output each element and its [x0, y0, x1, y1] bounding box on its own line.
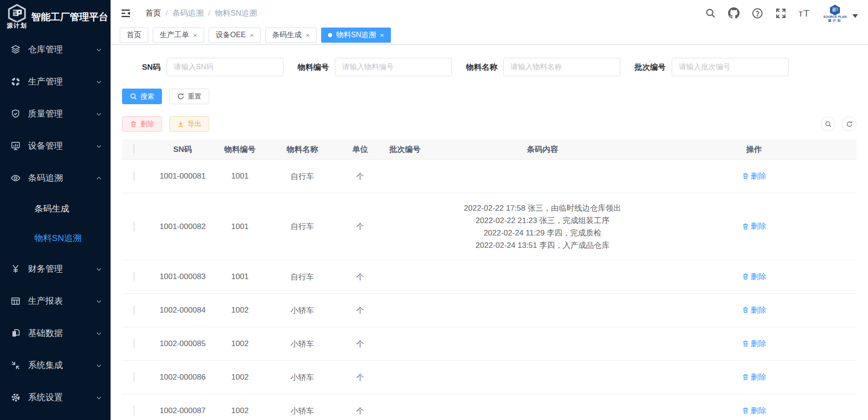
material-name-cell: 自行车 [261, 169, 344, 184]
tab-label: 设备OEE [216, 30, 246, 40]
tab-label: 条码生成 [272, 30, 301, 40]
tab-item[interactable]: 设备OEE× [209, 28, 261, 43]
row-checkbox[interactable] [134, 171, 134, 181]
row-delete-button[interactable]: 删除 [742, 372, 767, 382]
tabs-bar: 首页生产工单×设备OEE×条码生成×物料SN追溯× [111, 26, 868, 45]
reset-button[interactable]: 重置 [169, 89, 209, 104]
tab-close-icon[interactable]: × [306, 32, 310, 39]
sidebar-item[interactable]: 基础数据 [0, 317, 111, 349]
form-field-label: 物料名称 [459, 62, 497, 73]
sidebar-item-label: 系统集成 [28, 359, 95, 371]
select-all-checkbox[interactable] [134, 144, 134, 154]
sidebar-subitem[interactable]: 物料SN追溯 [0, 224, 111, 253]
row-delete-button[interactable]: 删除 [742, 338, 767, 349]
tab-item[interactable]: 生产工单× [153, 28, 204, 43]
form-field-input[interactable] [672, 58, 789, 76]
form-field-input[interactable] [503, 58, 620, 76]
sidebar-fold-icon[interactable] [120, 8, 132, 19]
barcode-content-cell [434, 308, 651, 312]
sidebar-item-label: 生产管理 [28, 76, 95, 88]
sidebar-item-label: 财务管理 [28, 263, 95, 275]
row-delete-label: 删除 [751, 221, 767, 231]
user-logo-icon: SOURCE PLAN 源计划 [822, 4, 848, 22]
row-delete-button[interactable]: 删除 [742, 305, 767, 315]
sidebar-item[interactable]: 仓库管理 [0, 34, 111, 66]
row-delete-button[interactable]: 删除 [742, 271, 767, 282]
row-checkbox[interactable] [134, 406, 134, 415]
tab-close-icon[interactable]: × [250, 32, 254, 39]
barcode-content-cell [434, 342, 651, 346]
sidebar-item[interactable]: 财务管理 [0, 253, 111, 285]
row-delete-button[interactable]: 删除 [742, 221, 767, 231]
form-field-input[interactable] [335, 58, 452, 76]
sn-cell: 1002-000087 [146, 404, 219, 417]
font-size-icon[interactable]: тT [799, 8, 810, 19]
tab-close-icon[interactable]: × [193, 32, 197, 39]
tab-item[interactable]: 条码生成× [265, 28, 317, 43]
row-delete-button[interactable]: 删除 [742, 171, 767, 181]
finance-icon [10, 263, 21, 274]
sidebar-subitem[interactable]: 条码生成 [0, 194, 111, 224]
refresh-icon[interactable] [842, 117, 857, 131]
github-icon[interactable] [728, 7, 740, 19]
operation-cell: 删除 [651, 370, 857, 385]
row-delete-button[interactable]: 删除 [742, 405, 767, 416]
sidebar-item[interactable]: 系统设置 [0, 381, 111, 414]
sidebar-logo-row: 源计划 智能工厂管理平台 [0, 0, 111, 32]
sidebar-item[interactable]: 监控平台 [0, 414, 111, 420]
table-header-cell: 操作 [651, 142, 857, 157]
sidebar-item-label: 质量管理 [28, 108, 95, 120]
material-code-cell: 1002 [219, 404, 261, 417]
breadcrumb-separator: / [208, 9, 211, 18]
toggle-search-icon[interactable] [821, 117, 835, 131]
row-checkbox[interactable] [134, 272, 134, 281]
operation-cell: 删除 [651, 269, 857, 285]
sidebar-item[interactable]: 设备管理 [0, 130, 111, 162]
chevron-down-icon [95, 362, 102, 369]
export-button[interactable]: 导出 [169, 116, 209, 132]
active-tab-dot [328, 33, 332, 37]
fullscreen-icon[interactable] [775, 8, 786, 19]
data-table: SN码物料编号物料名称单位批次编号条码内容操作 1001-0000811001自… [122, 139, 857, 420]
sidebar-item[interactable]: 条码追溯 [0, 162, 111, 194]
form-field-input[interactable] [167, 58, 284, 76]
sidebar-item[interactable]: 系统集成 [0, 349, 111, 381]
sidebar-item[interactable]: 生产管理 [0, 66, 111, 98]
delete-button[interactable]: 删除 [122, 116, 162, 132]
row-checkbox[interactable] [134, 305, 134, 315]
unit-cell: 个 [344, 270, 376, 284]
export-button-label: 导出 [188, 120, 201, 129]
sn-cell: 1001-000081 [146, 170, 219, 183]
sidebar-item-label: 条码追溯 [28, 172, 95, 184]
table-row: 1001-0000811001自行车个删除 [122, 160, 857, 193]
material-name-cell: 小轿车 [261, 370, 344, 385]
batch-cell [376, 275, 434, 279]
material-code-cell: 1002 [219, 337, 261, 350]
search-icon[interactable] [705, 8, 716, 18]
row-checkbox-cell [122, 220, 146, 233]
tab-label: 物料SN追溯 [336, 30, 376, 40]
app-title: 智能工厂管理平台 [31, 11, 108, 23]
breadcrumb-item: 物料SN追溯 [215, 8, 257, 18]
header-checkbox-cell [122, 143, 146, 156]
chevron-down-icon [95, 143, 102, 150]
user-avatar[interactable]: SOURCE PLAN 源计划 [822, 4, 858, 22]
breadcrumb-item[interactable]: 首页 [145, 8, 161, 18]
tab-active[interactable]: 物料SN追溯× [321, 28, 391, 43]
sidebar-item[interactable]: 质量管理 [0, 98, 111, 130]
help-icon[interactable] [752, 8, 763, 19]
row-checkbox-cell [122, 404, 146, 417]
tab-close-icon[interactable]: × [380, 32, 384, 39]
row-delete-label: 删除 [751, 405, 767, 416]
sidebar-item-label: 系统设置 [28, 392, 95, 403]
tab-item[interactable]: 首页 [120, 28, 148, 43]
sidebar-item[interactable]: 生产报表 [0, 285, 111, 317]
search-button[interactable]: 搜索 [122, 89, 162, 104]
row-checkbox[interactable] [134, 222, 134, 231]
operation-cell: 删除 [651, 219, 857, 234]
caret-down-icon [852, 14, 858, 18]
sidebar: 源计划 智能工厂管理平台 仓库管理生产管理质量管理设备管理条码追溯条码生成物料S… [0, 0, 111, 420]
row-checkbox[interactable] [134, 339, 134, 348]
row-checkbox[interactable] [134, 372, 134, 382]
sidebar-subitem-label: 条码生成 [34, 203, 69, 215]
